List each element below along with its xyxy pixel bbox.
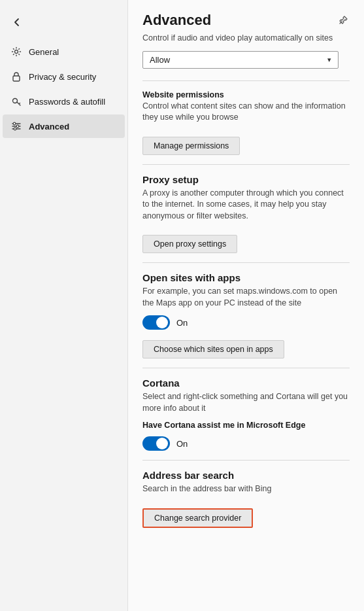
main-content: Advanced Control if audio and video play… (127, 0, 364, 611)
open-sites-section: Open sites with apps For example, you ca… (142, 272, 350, 358)
back-button[interactable] (5, 10, 29, 34)
sidebar-item-passwords[interactable]: Passwords & autofill (3, 90, 125, 113)
pin-icon[interactable] (337, 14, 350, 27)
proxy-setup-heading: Proxy setup (142, 174, 350, 185)
dropdown-value: Allow (150, 55, 170, 65)
sidebar-item-label: Passwords & autofill (29, 97, 105, 107)
cortana-heading: Cortana (142, 377, 350, 389)
svg-point-8 (14, 128, 16, 130)
cortana-section: Cortana Select and right-click something… (142, 377, 350, 451)
open-proxy-settings-button[interactable]: Open proxy settings (142, 235, 237, 253)
svg-rect-1 (13, 76, 20, 81)
sidebar-item-label: General (29, 47, 59, 57)
audio-video-dropdown-row: Allow ▾ (142, 51, 350, 69)
sidebar-item-general[interactable]: General (3, 40, 125, 63)
change-search-provider-button[interactable]: Change search provider (142, 508, 253, 528)
lock-icon (10, 71, 22, 82)
divider-3 (142, 262, 350, 263)
choose-sites-button[interactable]: Choose which sites open in apps (142, 340, 284, 358)
open-sites-toggle-label: On (176, 318, 188, 328)
cortana-toggle[interactable] (142, 436, 170, 451)
address-bar-search-desc: Search in the address bar with Bing (142, 483, 350, 495)
divider-4 (142, 368, 350, 368)
svg-point-0 (15, 50, 18, 54)
divider-2 (142, 164, 350, 165)
audio-video-description: Control if audio and video play automati… (142, 33, 350, 44)
sidebar: General Privacy & security Passwords & a… (0, 0, 127, 611)
svg-point-7 (16, 125, 19, 128)
key-icon (10, 96, 22, 107)
open-sites-heading: Open sites with apps (142, 272, 350, 283)
cortana-toggle-label: On (176, 439, 188, 449)
sidebar-item-label: Advanced (29, 122, 69, 131)
divider-5 (142, 460, 350, 461)
open-sites-toggle-row: On (142, 315, 350, 330)
website-permissions-heading: Website permissions (142, 90, 350, 99)
proxy-setup-desc: A proxy is another computer through whic… (142, 188, 350, 222)
gear-icon (10, 46, 22, 58)
sidebar-item-advanced[interactable]: Advanced (3, 114, 125, 138)
manage-permissions-button[interactable]: Manage permissions (142, 137, 240, 155)
page-title: Advanced (142, 12, 211, 29)
allow-dropdown[interactable]: Allow ▾ (142, 51, 339, 69)
sidebar-item-privacy[interactable]: Privacy & security (3, 65, 125, 88)
address-bar-search-section: Address bar search Search in the address… (142, 470, 350, 528)
sidebar-item-label: Privacy & security (29, 72, 96, 82)
page-header: Advanced (142, 12, 350, 29)
toggle-knob (156, 317, 168, 328)
website-permissions-section: Website permissions Control what content… (142, 90, 350, 155)
address-bar-search-heading: Address bar search (142, 470, 350, 481)
cortana-toggle-knob (156, 438, 168, 449)
svg-point-6 (13, 122, 16, 125)
chevron-down-icon: ▾ (327, 56, 331, 64)
svg-point-2 (13, 99, 18, 103)
divider-1 (142, 80, 350, 81)
open-sites-desc: For example, you can set maps.windows.co… (142, 286, 350, 309)
sliders-icon (10, 120, 22, 132)
website-permissions-desc: Control what content sites can show and … (142, 101, 350, 124)
cortana-assist-label: Have Cortana assist me in Microsoft Edge (142, 421, 350, 430)
cortana-desc: Select and right-click something and Cor… (142, 391, 350, 414)
cortana-toggle-row: On (142, 436, 350, 451)
open-sites-toggle[interactable] (142, 315, 170, 330)
proxy-setup-section: Proxy setup A proxy is another computer … (142, 174, 350, 254)
